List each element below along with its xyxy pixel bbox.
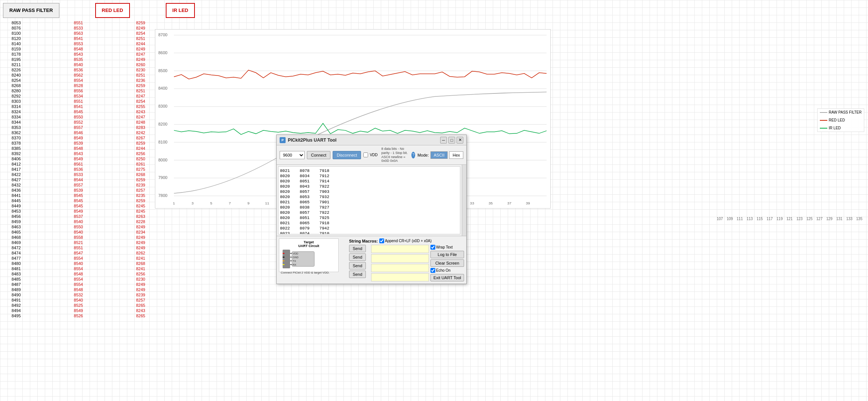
table-row: 8076 [0, 26, 32, 31]
uart-toolbar: 9600 19200 115200 Connect Disconnect VDD… [277, 145, 466, 165]
table-row: 8549 [62, 209, 95, 214]
table-row: 8242 [124, 130, 157, 135]
table-row: 8549 [62, 308, 95, 313]
append-checkbox-label[interactable]: Append CR+LF (x0D + x0A) [379, 238, 432, 243]
table-row: 8472 [0, 246, 32, 250]
exit-uart-button[interactable]: Exit UART Tool [430, 274, 464, 281]
clear-screen-button[interactable]: Clear Screen [430, 259, 464, 267]
connect-button[interactable]: Connect [307, 151, 330, 159]
table-row: 8249 [124, 240, 157, 245]
table-row: 8557 [62, 125, 95, 130]
table-row: 8228 [124, 219, 157, 224]
table-row: 8540 [62, 219, 95, 224]
baud-select[interactable]: 9600 19200 115200 [280, 151, 305, 159]
svg-text:8300: 8300 [158, 104, 167, 108]
macro-input-4[interactable] [371, 273, 429, 281]
table-row: 8545 [62, 109, 95, 114]
table-row: 8240 [0, 73, 32, 78]
legend-ir: IR LED [820, 126, 862, 130]
table-row: 8548 [62, 146, 95, 151]
svg-text:8400: 8400 [158, 86, 167, 90]
table-row: 8263 [124, 214, 157, 219]
table-row: 8557 [62, 183, 95, 188]
action-row: Send Send Send Send Wrap Text [349, 245, 464, 281]
svg-text:8600: 8600 [158, 50, 167, 55]
table-row: 8481 [0, 266, 32, 271]
table-row: 8292 [0, 94, 32, 99]
minimize-button[interactable]: ─ [440, 137, 447, 144]
table-row: 8159 [0, 47, 32, 52]
svg-text:37: 37 [507, 201, 512, 205]
table-row: 8554 [62, 282, 95, 287]
hex-mode-button[interactable]: Hex [449, 151, 463, 159]
table-row: 8254 [124, 99, 157, 104]
uart-output[interactable]: 8021 8078 79188020 8034 79128020 8051 79… [278, 166, 460, 234]
table-row: 8436 [0, 188, 32, 193]
table-row: 8417 [0, 167, 32, 172]
table-row: 8256 [124, 272, 157, 277]
echo-checkbox[interactable] [430, 268, 435, 273]
table-row: 8545 [62, 198, 95, 203]
table-row: 8541 [62, 104, 95, 109]
svg-text:5: 5 [210, 201, 212, 205]
ir-led-badge: IR LED [166, 3, 195, 18]
close-button[interactable]: ✕ [457, 137, 463, 144]
disconnect-button[interactable]: Disconnect [333, 151, 361, 159]
vdd-checkbox-group[interactable]: VDD [363, 152, 377, 157]
send-button-1[interactable]: Send [349, 245, 366, 252]
ir-column: 8259824982548251824482498247824982608230… [124, 21, 157, 401]
macro-input-3[interactable] [371, 264, 429, 272]
table-row: 8260 [124, 62, 157, 67]
table-row: 8534 [62, 94, 95, 99]
table-row: 8525 [62, 303, 95, 308]
uart-info: 8 data bits - No parity - 1 Stop bit. AS… [382, 147, 410, 163]
macro-input-1[interactable] [371, 245, 429, 253]
list-item: 8020 8051 7914 [280, 179, 458, 184]
svg-text:39: 39 [526, 201, 531, 205]
list-item: 8023 8074 7910 [280, 231, 458, 234]
table-row: 8249 [124, 282, 157, 287]
table-row: 8234 [124, 230, 157, 235]
table-row: 8549 [62, 136, 95, 141]
table-row: 8540 [62, 298, 95, 303]
echo-checkbox-label[interactable]: Echo On [430, 268, 464, 273]
send-button-3[interactable]: Send [349, 262, 366, 269]
table-row: 8550 [62, 225, 95, 229]
table-row: 8541 [62, 36, 95, 41]
uart-scrollbar[interactable] [462, 165, 466, 236]
maximize-button[interactable]: □ [448, 137, 455, 144]
table-row: 8344 [0, 120, 32, 125]
svg-rect-40 [283, 250, 290, 268]
macros-header: String Macros: Append CR+LF (x0D + x0A) [349, 238, 464, 243]
table-row: 8195 [0, 57, 32, 62]
table-row: 8247 [124, 94, 157, 99]
vdd-checkbox[interactable] [363, 152, 368, 157]
table-row: 8535 [62, 57, 95, 62]
wrap-checkbox-label[interactable]: Wrap Text [430, 245, 464, 250]
right-button-column: Wrap Text Log to File Clear Screen Echo … [430, 245, 464, 281]
red-column: 8551853385638541855385488543853585408536… [62, 21, 95, 401]
table-row: 8230 [124, 68, 157, 73]
table-row: 8385 [0, 146, 32, 151]
ascii-mode-button[interactable]: ASCII [430, 151, 448, 159]
append-checkbox[interactable] [379, 238, 384, 243]
table-row: 8249 [124, 225, 157, 229]
table-row: 8251 [124, 36, 157, 41]
svg-text:7: 7 [229, 201, 231, 205]
log-to-file-button[interactable]: Log to File [430, 251, 464, 258]
table-row: 8275 [124, 167, 157, 172]
list-item: 8020 8034 7912 [280, 173, 458, 179]
table-row: 8251 [124, 89, 157, 93]
macro-input-2[interactable] [371, 254, 429, 262]
svg-text:8700: 8700 [158, 33, 167, 37]
table-row: 8547 [62, 251, 95, 256]
window-controls[interactable]: ─ □ ✕ [440, 137, 463, 144]
wrap-checkbox[interactable] [430, 245, 435, 250]
help-button[interactable]: ? [411, 152, 415, 158]
table-row: 8459 [0, 219, 32, 224]
table-row: 8562 [62, 73, 95, 78]
send-button-4[interactable]: Send [349, 271, 366, 278]
send-button-2[interactable]: Send [349, 253, 366, 261]
table-row: 8249 [124, 235, 157, 240]
table-row: 8324 [0, 109, 32, 114]
